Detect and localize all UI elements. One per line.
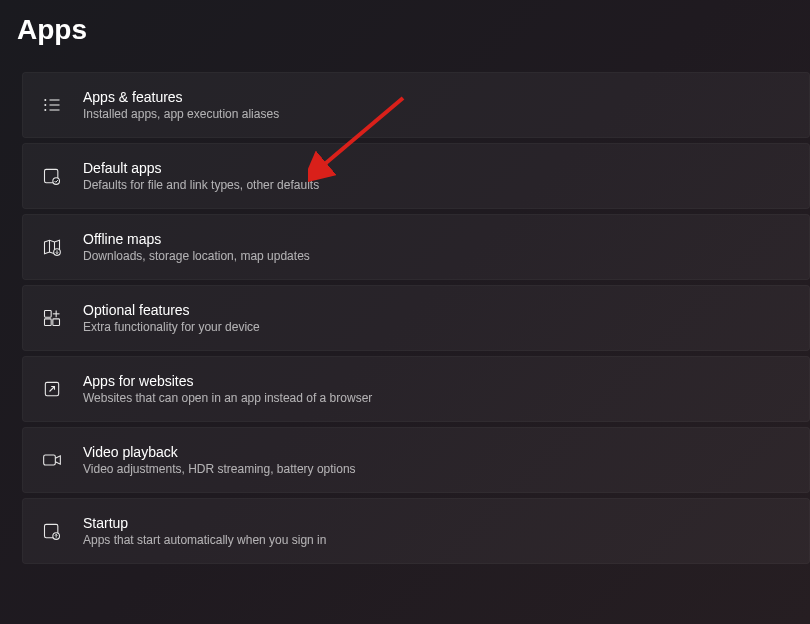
item-title: Optional features	[83, 302, 260, 318]
svg-rect-11	[45, 311, 52, 318]
startup-icon	[41, 520, 63, 542]
open-external-icon	[41, 378, 63, 400]
item-desc: Apps that start automatically when you s…	[83, 533, 326, 547]
svg-point-7	[53, 178, 60, 185]
item-desc: Defaults for file and link types, other …	[83, 178, 319, 192]
svg-point-1	[44, 104, 46, 106]
item-desc: Extra functionality for your device	[83, 320, 260, 334]
item-title: Apps & features	[83, 89, 279, 105]
svg-rect-13	[53, 319, 60, 326]
video-playback-item[interactable]: Video playback Video adjustments, HDR st…	[22, 427, 810, 493]
default-apps-item[interactable]: Default apps Defaults for file and link …	[22, 143, 810, 209]
apps-for-websites-item[interactable]: Apps for websites Websites that can open…	[22, 356, 810, 422]
svg-rect-17	[44, 455, 56, 465]
map-download-icon	[41, 236, 63, 258]
svg-point-2	[44, 109, 46, 111]
page-title: Apps	[0, 0, 810, 46]
default-apps-icon	[41, 165, 63, 187]
item-title: Apps for websites	[83, 373, 372, 389]
item-title: Offline maps	[83, 231, 310, 247]
startup-item[interactable]: Startup Apps that start automatically wh…	[22, 498, 810, 564]
item-desc: Downloads, storage location, map updates	[83, 249, 310, 263]
apps-settings-list: Apps & features Installed apps, app exec…	[0, 46, 810, 564]
item-desc: Installed apps, app execution aliases	[83, 107, 279, 121]
item-desc: Video adjustments, HDR streaming, batter…	[83, 462, 356, 476]
svg-rect-12	[45, 319, 52, 326]
item-title: Video playback	[83, 444, 356, 460]
apps-and-features-item[interactable]: Apps & features Installed apps, app exec…	[22, 72, 810, 138]
svg-point-0	[44, 99, 46, 101]
item-desc: Websites that can open in an app instead…	[83, 391, 372, 405]
item-title: Default apps	[83, 160, 319, 176]
optional-features-item[interactable]: Optional features Extra functionality fo…	[22, 285, 810, 351]
item-title: Startup	[83, 515, 326, 531]
add-feature-icon	[41, 307, 63, 329]
list-icon	[41, 94, 63, 116]
offline-maps-item[interactable]: Offline maps Downloads, storage location…	[22, 214, 810, 280]
video-icon	[41, 449, 63, 471]
